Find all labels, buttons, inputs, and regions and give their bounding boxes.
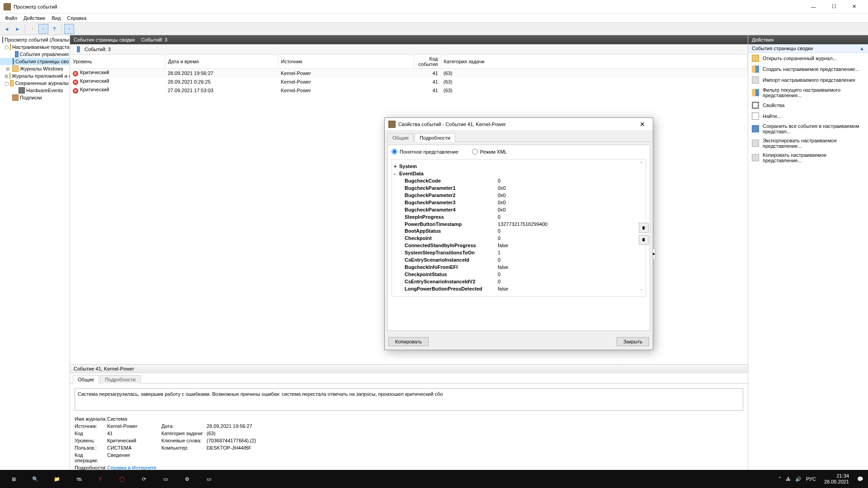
- col-task[interactable]: Категория задачи: [441, 55, 748, 69]
- action-item[interactable]: Копировать настраиваемое представление..…: [748, 150, 868, 165]
- action-label: Экспортировать настраиваемое представлен…: [763, 138, 864, 149]
- val-date: 28.09.2021 19:56:27: [207, 423, 306, 429]
- detail-tab-details[interactable]: Подробности: [100, 375, 141, 384]
- toolbar-view1[interactable]: [38, 24, 48, 34]
- dialog-icon: [388, 121, 396, 128]
- dialog-side-toggle[interactable]: ▶: [652, 249, 656, 259]
- event-data-property: Checkpoint0: [405, 235, 642, 242]
- tree-saved-logs[interactable]: ▢Сохраненные журналы: [0, 80, 70, 87]
- nav-down-button[interactable]: 🡇: [639, 235, 649, 245]
- table-row[interactable]: ✕Критический28.09.2021 0:26:25Kernel-Pow…: [70, 77, 748, 86]
- radio-friendly[interactable]: Понятное представление: [392, 149, 458, 155]
- action-item[interactable]: Фильтр текущего настраиваемого представл…: [748, 85, 868, 100]
- close-button[interactable]: ✕: [844, 0, 864, 13]
- opera-icon[interactable]: ◯: [111, 470, 133, 488]
- settings-icon[interactable]: ⚙: [176, 470, 198, 488]
- lbl-task: Категория задачи:: [161, 431, 207, 436]
- menu-help[interactable]: Справка: [64, 15, 90, 21]
- maximize-button[interactable]: ☐: [824, 0, 844, 13]
- col-level[interactable]: Уровень: [70, 55, 165, 69]
- event-data-property: LongPowerButtonPressDetectedfalse: [405, 286, 642, 293]
- forward-button[interactable]: ►: [13, 24, 23, 34]
- copy-button[interactable]: Копировать: [388, 337, 429, 346]
- actions-panel: Действия События страницы сводки▲ Открыт…: [748, 35, 868, 488]
- yandex-icon[interactable]: Y: [90, 470, 111, 488]
- explorer-icon[interactable]: 📁: [46, 470, 68, 488]
- action-item[interactable]: Открыть сохраненный журнал...: [748, 53, 868, 64]
- menu-file[interactable]: Файл: [2, 15, 20, 21]
- action-item[interactable]: Найти...: [748, 111, 868, 122]
- col-source[interactable]: Источник: [278, 55, 414, 69]
- heading-count: Событий: 3: [141, 37, 167, 42]
- event-data-property: SleepInProgress0: [405, 214, 642, 221]
- menu-action[interactable]: Действие: [20, 15, 48, 21]
- nav-up-button[interactable]: 🡅: [639, 223, 649, 233]
- tree-root[interactable]: Просмотр событий (Локальны: [0, 36, 70, 43]
- event-data-property: BugcheckParameter10x0: [405, 185, 642, 192]
- node-eventdata[interactable]: -EventData: [394, 170, 642, 178]
- tree-windows-logs[interactable]: ⊞Журналы Windows: [0, 65, 70, 72]
- toolbar-help[interactable]: ?: [49, 24, 59, 34]
- tray-lang[interactable]: РУС: [806, 476, 816, 482]
- radio-xml[interactable]: Режим XML: [472, 149, 507, 155]
- action-label: Импорт настраиваемого представления: [763, 77, 855, 83]
- event-data-property: BugcheckParameter40x0: [405, 206, 642, 214]
- back-button[interactable]: ◄: [2, 24, 12, 34]
- node-system[interactable]: +System: [394, 163, 642, 170]
- volume-icon[interactable]: 🔊: [795, 476, 802, 482]
- action-icon: [752, 140, 759, 147]
- navigation-tree: Просмотр событий (Локальны ▢Настраиваемы…: [0, 35, 70, 480]
- notifications-icon[interactable]: 💬: [857, 476, 863, 482]
- toolbar-browse[interactable]: [28, 24, 38, 34]
- tree-custom-views[interactable]: ▢Настраиваемые представ: [0, 43, 70, 51]
- steam-icon[interactable]: ⟳: [133, 470, 155, 488]
- table-row[interactable]: ✕Критический28.09.2021 19:56:27Kernel-Po…: [70, 69, 748, 78]
- minimize-button[interactable]: —: [803, 0, 824, 13]
- action-item[interactable]: Сохранить все события в настраиваемом пр…: [748, 122, 868, 136]
- tree-summary-events[interactable]: События страницы сво: [0, 58, 70, 65]
- detail-header: Событие 41, Kernel-Power: [70, 365, 748, 373]
- action-item[interactable]: Импорт настраиваемого представления: [748, 75, 868, 85]
- col-id[interactable]: Код события: [414, 55, 441, 69]
- toolbar: ◄ ► ?: [0, 23, 868, 35]
- lbl-date: Дата:: [161, 423, 207, 429]
- taskbar: ⊞ 🔍 📁 🛍 Y ◯ ⟳ ▭ ⚙ ▭ ˄ 🖧 🔊 РУС 21:34 28.0…: [0, 470, 868, 488]
- val-task: (63): [207, 431, 306, 436]
- taskbar-clock[interactable]: 21:34 28.09.2021: [821, 473, 853, 484]
- tree-hardware-events[interactable]: HardwareEvents: [0, 87, 70, 94]
- detail-tab-general[interactable]: Общие: [73, 375, 99, 384]
- tree-subscriptions[interactable]: Подписки: [0, 94, 70, 101]
- action-icon: [752, 125, 759, 132]
- network-icon[interactable]: 🖧: [786, 476, 791, 482]
- dialog-close-button[interactable]: ✕: [636, 121, 649, 128]
- toolbar-view2[interactable]: [64, 24, 74, 34]
- app-task-1[interactable]: ▭: [155, 470, 176, 488]
- action-item[interactable]: Свойства: [748, 100, 868, 111]
- action-label: Сохранить все события в настраиваемом пр…: [763, 123, 864, 134]
- start-button[interactable]: ⊞: [3, 470, 24, 488]
- search-button[interactable]: 🔍: [24, 470, 46, 488]
- tree-app-logs[interactable]: ⊞Журналы приложений и сл: [0, 72, 70, 80]
- action-item[interactable]: Экспортировать настраиваемое представлен…: [748, 136, 868, 150]
- event-data-property: BugcheckInfoFromEFIfalse: [405, 264, 642, 271]
- event-properties-dialog: Свойства событий - Событие 41, Kernel-Po…: [384, 117, 653, 350]
- store-icon[interactable]: 🛍: [68, 470, 90, 488]
- menu-view[interactable]: Вид: [48, 15, 64, 21]
- action-item[interactable]: Создать настраиваемое представление...: [748, 64, 868, 75]
- dialog-tab-general[interactable]: Общие: [387, 133, 414, 142]
- collapse-up-icon[interactable]: ˄: [640, 161, 643, 167]
- dialog-tab-details[interactable]: Подробности: [415, 133, 455, 142]
- tray-expand-icon[interactable]: ˄: [778, 476, 781, 482]
- event-data-property: BugcheckCode0: [405, 178, 642, 185]
- event-data-property: BootAppStatus0: [405, 228, 642, 235]
- table-row[interactable]: ✕Критический27.09.2021 17:53:03Kernel-Po…: [70, 86, 748, 94]
- tree-manage-events[interactable]: События управления: [0, 51, 70, 58]
- event-data-property: CsEntryScenarioInstanceId0: [405, 257, 642, 264]
- close-button-dialog[interactable]: Закрыть: [617, 337, 649, 346]
- collapse-down-icon[interactable]: ˅: [640, 289, 643, 295]
- col-date[interactable]: Дата и время: [165, 55, 278, 69]
- dialog-titlebar: Свойства событий - Событие 41, Kernel-Po…: [385, 118, 653, 131]
- action-label: Копировать настраиваемое представление..…: [763, 152, 864, 163]
- action-label: Фильтр текущего настраиваемого представл…: [763, 87, 864, 98]
- app-task-2[interactable]: ▭: [198, 470, 220, 488]
